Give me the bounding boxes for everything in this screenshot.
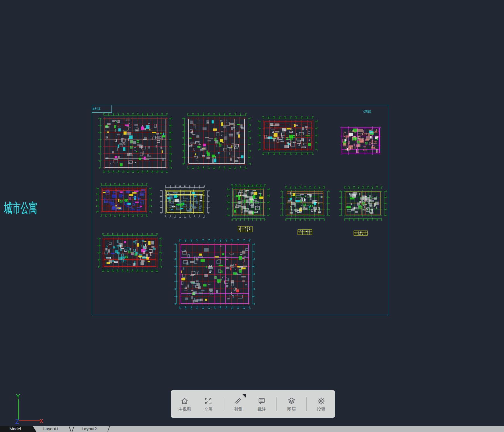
- annotate-button[interactable]: 批注: [250, 392, 274, 416]
- home-icon: [180, 397, 189, 405]
- floor-plan: [280, 186, 330, 221]
- tab-layout1[interactable]: Layout1: [43, 426, 58, 432]
- ucs-x-label: X: [39, 417, 44, 425]
- toolbar-divider: [276, 397, 277, 411]
- tab-model[interactable]: Model: [0, 426, 36, 432]
- toolbar-divider: [306, 397, 307, 411]
- floor-plan: [160, 185, 210, 219]
- frame-top-right-label: 公寓底层: [363, 109, 371, 114]
- floor-plan: [226, 184, 270, 221]
- layers-button[interactable]: 图层: [280, 392, 303, 416]
- toolbar-divider: [223, 397, 223, 411]
- home-view-button[interactable]: 主视图: [173, 392, 196, 416]
- layout-tab-bar: Model Layout1 Layout2: [0, 426, 504, 432]
- legend-table: [354, 231, 368, 236]
- tool-label: 设置: [317, 407, 325, 412]
- tab-separator: [108, 426, 110, 431]
- cad-viewer: 城市公寓 公寓底层 城市公寓 Y X Z 主视图: [0, 0, 504, 432]
- tool-label: 测量: [234, 407, 242, 412]
- floor-plan: [339, 186, 387, 221]
- measure-button[interactable]: 测量: [226, 392, 250, 416]
- legend-table: [238, 226, 253, 232]
- title-block: 城市公寓: [92, 105, 112, 113]
- tool-label: 主视图: [178, 407, 191, 412]
- tab-layout2[interactable]: Layout2: [82, 426, 97, 432]
- ruler-icon: [234, 397, 242, 405]
- settings-button[interactable]: 设置: [309, 392, 333, 416]
- layers-icon: [287, 397, 296, 405]
- title-block-label: 城市公寓: [92, 107, 100, 111]
- fullscreen-icon: [204, 397, 212, 405]
- flyout-indicator: [242, 394, 246, 398]
- legend-table: [298, 229, 312, 235]
- tab-separator: [69, 426, 71, 431]
- floor-plan: [182, 113, 251, 170]
- floor-plan: [335, 122, 386, 159]
- ucs-z-label: Z: [15, 418, 19, 425]
- tool-label: 批注: [257, 407, 266, 412]
- tab-separator: [72, 426, 75, 431]
- floor-plan: [97, 233, 163, 273]
- ucs-y-label: Y: [16, 393, 20, 400]
- floor-plan: [96, 183, 152, 217]
- floor-plan: [174, 238, 255, 310]
- comment-icon: [257, 397, 266, 405]
- floor-plan: [98, 113, 173, 174]
- floor-plan: [257, 116, 319, 155]
- viewer-toolbar: 主视图 全屏 测量: [171, 390, 335, 418]
- tool-label: 图层: [287, 407, 296, 412]
- drawing-title: 城市公寓: [4, 199, 37, 217]
- fullscreen-button[interactable]: 全屏: [197, 392, 220, 416]
- ucs-axis: Y X Z: [9, 393, 54, 428]
- tool-label: 全屏: [204, 407, 212, 412]
- gear-icon: [317, 397, 325, 405]
